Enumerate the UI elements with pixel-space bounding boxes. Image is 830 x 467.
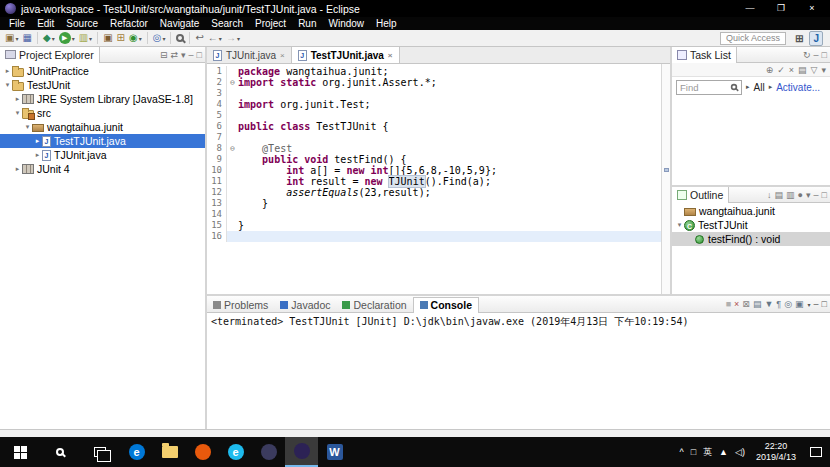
collapse-all-icon[interactable]: ⊟ [160,48,168,62]
tree-item-testfind-void[interactable]: testFind() : void [672,232,830,246]
code-line-3[interactable]: 3 [207,88,661,99]
tree-item-testjunit[interactable]: ▾TestJUnit [0,78,205,92]
dropdown-arrow-icon[interactable]: ▾ [219,35,222,42]
menu-run[interactable]: Run [292,17,322,30]
remove-launch-icon[interactable]: × [734,297,739,311]
tree-expand-icon[interactable]: ▾ [13,109,22,117]
pin-console-icon[interactable]: ◎ [784,297,792,311]
word-wrap-icon[interactable]: ¶ [776,297,781,311]
terminate-icon[interactable]: ■ [726,297,731,311]
dropdown-arrow-icon[interactable]: ▾ [89,35,92,42]
save-icon[interactable]: ▦ [20,31,33,46]
dropdown-arrow-icon[interactable]: ▾ [237,35,240,42]
new-java-project-icon[interactable]: ▣ [101,31,114,46]
code-line-12[interactable]: 12 assertEquals(23,result); [207,187,661,198]
tree-item-src[interactable]: ▾src [0,106,205,120]
tree-item-junit-4[interactable]: ▸JUnit 4 [0,162,205,176]
menu-navigate[interactable]: Navigate [154,17,205,30]
tree-expand-icon[interactable]: ▸ [33,137,42,145]
code-line-10[interactable]: 10 int a[] = new int[]{5,6,8,-10,5,9}; [207,165,661,176]
console-tab-declaration[interactable]: Declaration [336,297,412,313]
menu-source[interactable]: Source [60,17,104,30]
close-tab-icon[interactable]: × [280,51,285,60]
console-output[interactable]: <terminated> TestTJUnit [JUnit] D:\jdk\b… [207,313,830,429]
tree-expand-icon[interactable]: ▸ [13,95,22,103]
categorized-icon[interactable]: ▤ [798,63,807,77]
action-center-button[interactable] [802,437,830,467]
occurrence-marker[interactable] [664,168,669,172]
display-console-icon[interactable]: ▣ [795,297,804,311]
start-button[interactable] [0,437,40,467]
console-tab-javadoc[interactable]: Javadoc [274,297,336,313]
menu-file[interactable]: File [3,17,31,30]
fold-marker[interactable]: ⊖ [227,143,238,154]
hide-non-public-icon[interactable]: ● [798,188,803,202]
taskbar-app-internet-explorer[interactable]: e [219,437,252,467]
code-line-4[interactable]: 4import org.junit.Test; [207,99,661,110]
minimize-view-icon[interactable]: – [814,188,819,202]
code-line-7[interactable]: 7 [207,132,661,143]
mark-complete-icon[interactable]: ✓ [777,63,785,77]
open-perspective-icon[interactable]: ⊞ [792,32,806,45]
scroll-lock-icon[interactable]: ▼ [764,297,773,311]
maximize-window-button[interactable]: ❐ [768,0,794,17]
new-class-icon[interactable]: ◉▾ [127,31,144,46]
menu-search[interactable]: Search [205,17,249,30]
task-filter-all[interactable]: All [754,82,765,93]
close-tab-icon[interactable]: × [388,51,393,60]
menu-project[interactable]: Project [249,17,292,30]
filter-icon[interactable]: ▽ [811,63,818,77]
maximize-view-icon[interactable]: □ [822,188,827,202]
tree-item-testtjunit[interactable]: ▾CTestTJUnit [672,218,830,232]
code-line-2[interactable]: 2⊖import static org.junit.Assert.*; [207,77,661,88]
taskbar-search-button[interactable] [40,437,80,467]
task-view-button[interactable] [80,437,120,467]
search-icon[interactable] [174,31,186,46]
tree-expand-icon[interactable]: ▸ [33,151,42,159]
delete-task-icon[interactable]: × [789,63,794,77]
code-line-5[interactable]: 5 [207,110,661,121]
taskbar-app-firefox[interactable] [186,437,219,467]
network-icon[interactable]: ▲ [719,437,728,467]
code-line-14[interactable]: 14 [207,209,661,220]
dropdown-arrow-icon[interactable]: ▾ [52,35,55,42]
menu-window[interactable]: Window [322,17,370,30]
refresh-icon[interactable]: ↻ [803,48,811,62]
taskbar-app-eclipse[interactable] [285,437,318,467]
task-list-tab[interactable]: Task List [672,47,737,63]
tray-app-icon[interactable]: □ [691,437,696,467]
task-find-input[interactable]: Find [676,80,742,95]
taskbar-app-edge[interactable]: e [120,437,153,467]
tree-item-wangtaihua-junit[interactable]: ▾wangtaihua.junit [0,120,205,134]
minimize-view-icon[interactable]: – [814,297,819,311]
volume-icon[interactable]: ◁) [735,437,745,467]
fold-marker[interactable]: ⊖ [227,77,238,88]
taskbar-app-file-explorer[interactable] [153,437,186,467]
view-menu-icon[interactable]: ▾ [821,63,826,77]
minimize-view-icon[interactable]: – [189,48,194,62]
console-tab-problems[interactable]: Problems [207,297,274,313]
minimize-window-button[interactable]: — [737,0,763,17]
hidden-icons-chevron[interactable]: ^ [679,437,683,467]
menu-help[interactable]: Help [370,17,403,30]
code-editor[interactable]: 1package wangtaihua.junit;2⊖import stati… [207,64,670,294]
maximize-view-icon[interactable]: □ [822,48,827,62]
hide-static-members-icon[interactable]: ▥ [786,188,795,202]
code-line-16[interactable]: 16 [207,231,661,242]
close-window-button[interactable]: × [799,0,825,17]
menu-edit[interactable]: Edit [31,17,60,30]
menu-refactor[interactable]: Refactor [104,17,154,30]
debug-icon[interactable]: ◆▾ [41,31,57,46]
dropdown-arrow-icon[interactable]: ▾ [72,35,75,42]
open-task-icon[interactable]: ◎▾ [151,31,168,46]
code-line-13[interactable]: 13 } [207,198,661,209]
tree-item-testtjunit-java[interactable]: ▸JTestTJUnit.java [0,134,205,148]
hide-fields-icon[interactable]: ▤ [775,188,784,202]
taskbar-app-word[interactable]: W [318,437,351,467]
code-line-6[interactable]: 6public class TestTJUnit { [207,121,661,132]
dropdown-arrow-icon[interactable]: ▾ [139,35,142,42]
maximize-view-icon[interactable]: □ [822,297,827,311]
editor-tab-testtjunit-java[interactable]: JTestTJUnit.java× [292,47,400,63]
tree-item-tjunit-java[interactable]: ▸JTJUnit.java [0,148,205,162]
maximize-view-icon[interactable]: □ [197,48,202,62]
